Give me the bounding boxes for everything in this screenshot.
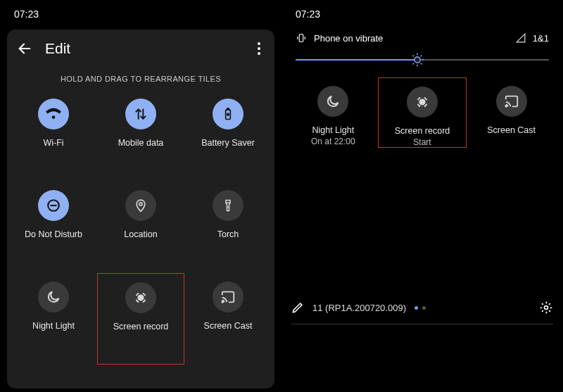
- back-icon[interactable]: [17, 41, 32, 56]
- svg-line-24: [421, 63, 422, 65]
- tile-label: Torch: [217, 229, 239, 239]
- edit-header: Edit: [7, 30, 274, 68]
- status-time-right: 07:23: [289, 0, 556, 25]
- svg-point-29: [545, 306, 548, 310]
- nightlight-icon[interactable]: [38, 282, 69, 312]
- tile-label: Screen record: [113, 322, 169, 331]
- tile-screenrecord[interactable]: Screen record: [97, 273, 184, 365]
- tile-screenrecord[interactable]: Screen recordStart: [378, 77, 467, 148]
- mobiledata-icon[interactable]: [125, 99, 156, 129]
- tile-torch[interactable]: Torch: [184, 182, 272, 273]
- tile-label: Screen Cast: [204, 321, 253, 331]
- edit-pencil-icon[interactable]: [291, 301, 304, 314]
- svg-point-14: [222, 301, 223, 303]
- svg-point-27: [419, 99, 424, 104]
- signal-icon: [516, 33, 526, 43]
- svg-rect-15: [299, 34, 303, 42]
- signal-label: 1&1: [533, 33, 549, 44]
- location-icon[interactable]: [125, 190, 156, 221]
- svg-rect-5: [227, 108, 229, 110]
- svg-point-18: [415, 57, 420, 63]
- tile-grid-left: Wi-FiMobile dataBattery SaverDo Not Dist…: [7, 87, 274, 367]
- tile-cast[interactable]: Screen Cast: [467, 77, 556, 148]
- battery-icon[interactable]: [213, 99, 243, 129]
- tile-battery[interactable]: Battery Saver: [184, 90, 272, 182]
- svg-point-1: [52, 115, 56, 119]
- tile-label: Wi-Fi: [43, 138, 63, 148]
- more-icon[interactable]: [255, 39, 263, 58]
- tile-grid-right: Night LightOn at 22:00Screen recordStart…: [289, 68, 556, 158]
- bottom-bar: 11 (RP1A.200720.009): [291, 301, 553, 315]
- svg-line-23: [412, 56, 414, 57]
- svg-point-10: [139, 203, 142, 206]
- svg-point-28: [505, 106, 507, 107]
- svg-line-26: [421, 56, 422, 57]
- edit-title: Edit: [45, 40, 255, 57]
- tile-label: Night Light: [32, 321, 75, 331]
- tile-mobiledata[interactable]: Mobile data: [97, 90, 184, 182]
- svg-rect-11: [226, 201, 230, 203]
- tile-dnd[interactable]: Do Not Disturb: [10, 182, 97, 273]
- tile-sublabel: Start: [413, 137, 431, 147]
- screenrecord-icon[interactable]: [125, 282, 156, 313]
- tile-label: Night Light: [312, 125, 354, 135]
- tile-label: Screen Cast: [487, 125, 536, 135]
- nightlight-icon[interactable]: [317, 86, 348, 117]
- cast-icon[interactable]: [496, 86, 527, 117]
- tile-location[interactable]: Location: [97, 182, 184, 273]
- instruction-text: HOLD AND DRAG TO REARRANGE TILES: [7, 75, 274, 83]
- screenrecord-icon[interactable]: [407, 87, 438, 118]
- tile-nightlight[interactable]: Night Light: [10, 273, 97, 365]
- build-label: 11 (RP1A.200720.009): [312, 303, 406, 313]
- divider: [291, 324, 553, 324]
- svg-point-13: [138, 295, 143, 300]
- right-panel: 07:23 Phone on vibrate 1&1: [282, 0, 563, 392]
- tile-label: Do Not Disturb: [25, 229, 82, 239]
- status-time-left: 07:23: [7, 0, 274, 25]
- tile-label: Screen record: [395, 126, 450, 136]
- svg-line-25: [412, 63, 414, 65]
- cast-icon[interactable]: [213, 282, 243, 312]
- tile-label: Location: [124, 229, 157, 239]
- brightness-thumb-icon[interactable]: [410, 53, 424, 67]
- ringer-label: Phone on vibrate: [314, 33, 383, 44]
- left-panel: 07:23 Edit HOLD AND DRAG TO REARRANGE TI…: [0, 0, 282, 392]
- settings-gear-icon[interactable]: [539, 301, 553, 315]
- tile-nightlight[interactable]: Night LightOn at 22:00: [289, 77, 378, 148]
- pager-dots[interactable]: [415, 306, 426, 310]
- dnd-icon[interactable]: [38, 190, 69, 221]
- vibrate-icon: [296, 32, 307, 44]
- edit-card: Edit HOLD AND DRAG TO REARRANGE TILES Wi…: [7, 30, 274, 388]
- wifi-icon[interactable]: [38, 99, 69, 129]
- torch-icon[interactable]: [213, 190, 243, 221]
- brightness-slider[interactable]: [289, 44, 556, 68]
- qs-header: Phone on vibrate 1&1: [289, 25, 556, 44]
- tile-wifi[interactable]: Wi-Fi: [10, 90, 97, 182]
- tile-sublabel: On at 22:00: [311, 137, 355, 146]
- tile-label: Battery Saver: [201, 138, 255, 148]
- tile-label: Mobile data: [118, 138, 164, 148]
- tile-cast[interactable]: Screen Cast: [184, 273, 272, 365]
